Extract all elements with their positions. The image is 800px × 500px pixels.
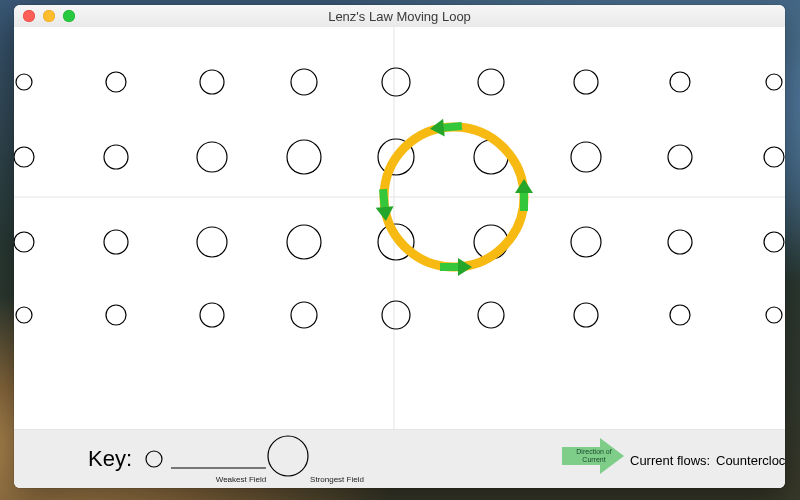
field-point <box>764 147 784 167</box>
field-point <box>571 227 601 257</box>
field-point <box>766 74 782 90</box>
simulation-canvas[interactable] <box>14 27 785 430</box>
field-point <box>764 232 784 252</box>
field-point <box>200 303 224 327</box>
field-point <box>106 72 126 92</box>
svg-rect-4 <box>440 263 458 271</box>
svg-point-12 <box>268 436 308 476</box>
field-point <box>287 140 321 174</box>
loop-arrow-icon <box>440 258 472 276</box>
titlebar[interactable]: Lenz's Law Moving Loop <box>14 5 785 28</box>
field-point <box>14 147 34 167</box>
app-window: Lenz's Law Moving Loop Key: Weakest Fiel… <box>14 5 785 488</box>
window-controls <box>23 10 75 22</box>
field-point <box>16 307 32 323</box>
close-icon[interactable] <box>23 10 35 22</box>
key-label: Key: <box>88 446 132 472</box>
direction-arrow-icon <box>562 438 624 478</box>
field-point <box>478 302 504 328</box>
field-point <box>766 307 782 323</box>
big-arrow-icon <box>562 438 624 474</box>
field-point <box>668 230 692 254</box>
current-flows-label: Current flows: <box>630 453 710 468</box>
field-point <box>670 305 690 325</box>
current-flows-value: Counterclockwise <box>716 453 785 468</box>
field-point <box>291 69 317 95</box>
legend-weak-caption: Weakest Field <box>213 475 269 484</box>
field-point <box>668 145 692 169</box>
zoom-icon[interactable] <box>63 10 75 22</box>
field-point <box>106 305 126 325</box>
sim-svg <box>14 27 785 430</box>
svg-rect-2 <box>520 193 528 211</box>
loop-arrow-icon <box>515 179 533 211</box>
svg-rect-8 <box>444 122 463 132</box>
svg-rect-6 <box>379 189 389 208</box>
field-point <box>670 72 690 92</box>
field-point <box>478 69 504 95</box>
field-point <box>200 70 224 94</box>
field-point <box>197 227 227 257</box>
field-point <box>16 74 32 90</box>
svg-point-10 <box>146 451 162 467</box>
legend-strong-caption: Strongest Field <box>304 475 370 484</box>
loop-arrow-icon <box>374 188 395 221</box>
field-point <box>571 142 601 172</box>
field-point <box>382 68 410 96</box>
field-point <box>104 145 128 169</box>
field-point <box>574 303 598 327</box>
field-point <box>574 70 598 94</box>
footer-bar: Key: Weakest Field Strongest Field Direc… <box>14 429 785 488</box>
minimize-icon[interactable] <box>43 10 55 22</box>
field-point <box>287 225 321 259</box>
field-point <box>291 302 317 328</box>
window-title: Lenz's Law Moving Loop <box>14 9 785 24</box>
field-point <box>14 232 34 252</box>
field-point <box>197 142 227 172</box>
field-point <box>104 230 128 254</box>
loop-arrow-icon <box>429 117 462 138</box>
field-point <box>382 301 410 329</box>
